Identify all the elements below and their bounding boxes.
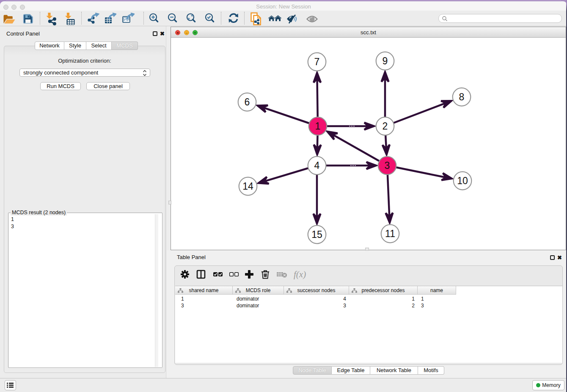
svg-text:15: 15 xyxy=(311,229,322,240)
svg-text:8: 8 xyxy=(459,91,465,102)
svg-text:4: 4 xyxy=(314,160,320,171)
svg-text:6: 6 xyxy=(245,97,250,108)
svg-text:14: 14 xyxy=(242,181,253,192)
svg-text:2: 2 xyxy=(383,121,388,132)
svg-text:10: 10 xyxy=(457,175,468,186)
svg-text:11: 11 xyxy=(385,228,395,239)
svg-text:1: 1 xyxy=(315,121,321,132)
svg-text:7: 7 xyxy=(314,56,320,67)
svg-text:3: 3 xyxy=(385,160,390,171)
svg-text:9: 9 xyxy=(383,55,388,66)
